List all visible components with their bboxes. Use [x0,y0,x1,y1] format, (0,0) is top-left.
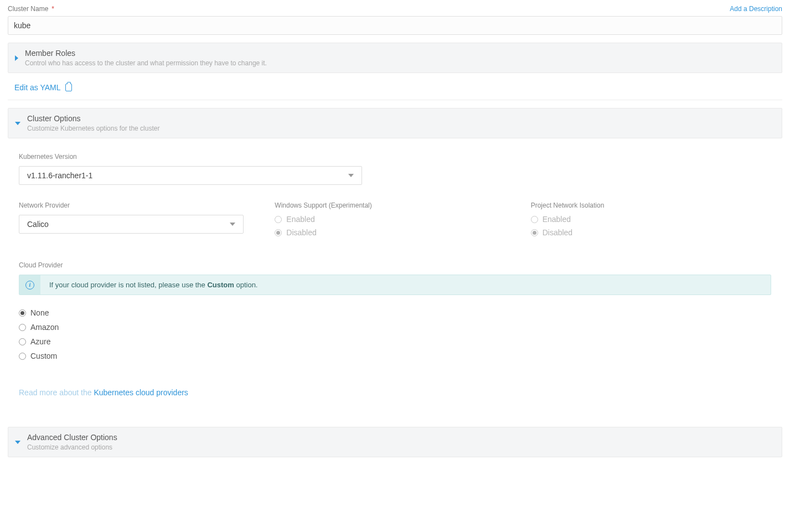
add-description-link[interactable]: Add a Description [730,5,782,13]
network-provider-label: Network Provider [19,202,259,209]
chevron-down-icon [348,174,354,177]
cluster-options-panel-header[interactable]: Cluster Options Customize Kubernetes opt… [8,108,782,138]
caret-down-icon [15,441,20,444]
pni-disabled-radio: Disabled [531,228,771,237]
cloud-azure-radio[interactable]: Azure [19,337,771,346]
caret-right-icon [15,55,18,61]
advanced-title: Advanced Cluster Options [27,433,775,442]
network-provider-value: Calico [27,220,49,229]
edit-as-yaml-label: Edit as YAML [14,83,61,92]
cloud-none-label: None [30,308,49,317]
member-roles-subtitle: Control who has access to the cluster an… [25,59,775,67]
advanced-options-panel-header[interactable]: Advanced Cluster Options Customize advan… [8,427,782,457]
edit-as-yaml-link[interactable]: Edit as YAML [14,83,72,92]
cluster-options-body: Kubernetes Version v1.11.6-rancher1-1 Ne… [8,138,782,419]
pni-disabled-label: Disabled [543,228,572,237]
caret-down-icon [15,122,20,125]
windows-disabled-label: Disabled [286,228,316,237]
chevron-down-icon [230,223,235,226]
cluster-options-subtitle: Customize Kubernetes options for the clu… [27,125,775,132]
k8s-version-select[interactable]: v1.11.6-rancher1-1 [19,166,362,185]
radio-icon [19,324,26,331]
radio-checked-icon [531,229,538,236]
windows-disabled-radio: Disabled [275,228,515,237]
cloud-custom-radio[interactable]: Custom [19,352,771,360]
radio-checked-icon [19,309,26,317]
windows-support-label: Windows Support (Experimental) [275,202,515,209]
windows-enabled-label: Enabled [286,215,314,224]
pni-label: Project Network Isolation [531,202,771,209]
cloud-amazon-label: Amazon [30,323,59,332]
cloud-azure-label: Azure [30,337,51,346]
cloud-none-radio[interactable]: None [19,308,771,317]
member-roles-panel-header[interactable]: Member Roles Control who has access to t… [8,43,782,73]
k8s-version-value: v1.11.6-rancher1-1 [27,171,92,180]
radio-checked-icon [275,229,282,236]
pni-enabled-radio: Enabled [531,215,771,224]
radio-icon [19,338,26,345]
readmore-link[interactable]: Kubernetes cloud providers [94,388,188,397]
cluster-options-title: Cluster Options [27,114,775,123]
radio-icon [19,353,26,360]
readmore-prefix: Read more about the [19,388,94,397]
info-icon: i [25,281,34,290]
cloud-provider-info-banner: i If your cloud provider is not listed, … [19,275,771,295]
k8s-version-label: Kubernetes Version [19,153,771,161]
cloud-readmore: Read more about the Kubernetes cloud pro… [19,388,771,397]
cloud-custom-label: Custom [30,352,57,360]
required-asterisk: * [51,4,54,13]
pni-enabled-label: Enabled [543,215,571,224]
windows-enabled-radio: Enabled [275,215,515,224]
cloud-amazon-radio[interactable]: Amazon [19,323,771,332]
cluster-name-label: Cluster Name [8,5,48,13]
advanced-subtitle: Customize advanced options [27,443,775,451]
cloud-provider-info-text: If your cloud provider is not listed, pl… [40,275,266,295]
cloud-provider-label: Cloud Provider [19,261,771,269]
clipboard-icon [65,84,72,91]
cluster-name-input[interactable] [8,16,782,35]
radio-icon [275,216,282,223]
network-provider-select[interactable]: Calico [19,215,244,234]
member-roles-title: Member Roles [25,49,775,58]
radio-icon [531,216,538,223]
